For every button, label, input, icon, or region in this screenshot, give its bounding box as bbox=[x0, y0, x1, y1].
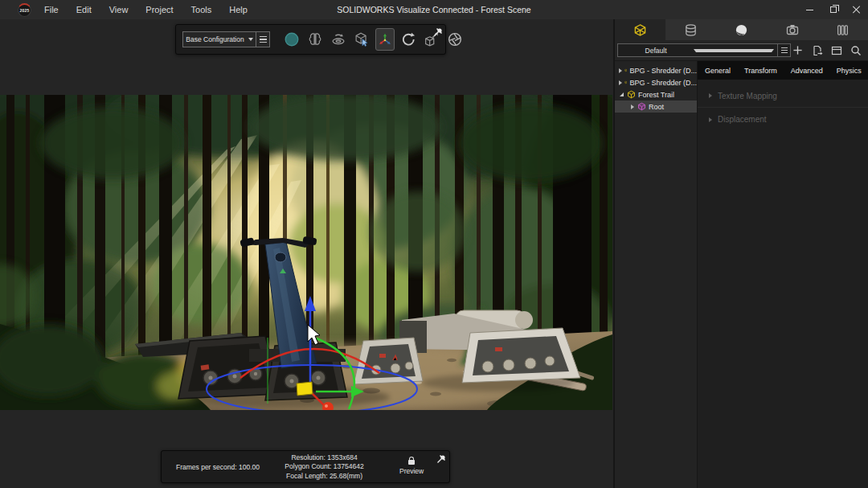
menu-tools[interactable]: Tools bbox=[191, 5, 212, 14]
collapse-arrow-icon[interactable] bbox=[620, 92, 624, 96]
section-label: Displacement bbox=[718, 115, 767, 124]
model-tree: BPG - Shredder (D... BPG - Shredder (D..… bbox=[615, 61, 698, 488]
minimize-button[interactable] bbox=[798, 0, 821, 19]
restore-button[interactable] bbox=[821, 0, 845, 19]
configuration-menu-button[interactable] bbox=[256, 31, 270, 47]
model-cube-icon bbox=[624, 78, 627, 87]
close-button[interactable] bbox=[845, 0, 868, 19]
configuration-control: Base Configuration bbox=[182, 31, 270, 47]
tree-item-shredder-1[interactable]: BPG - Shredder (D... bbox=[615, 64, 697, 76]
main-area: Base Configuration bbox=[0, 19, 868, 488]
chevron-down-icon bbox=[694, 49, 774, 52]
tab-transform[interactable]: Transform bbox=[744, 67, 777, 75]
menu-help[interactable]: Help bbox=[229, 5, 248, 14]
tree-item-label: Forest Trail bbox=[638, 91, 674, 99]
window-controls bbox=[798, 0, 868, 19]
polygon-count-readout: Polygon Count: 13754642 bbox=[285, 462, 363, 471]
properties-pane: General Transform Advanced Physics Textu… bbox=[698, 61, 868, 488]
scene-info-bar: Frames per second: 100.00 Resolution: 13… bbox=[161, 450, 450, 483]
configuration-value: Base Configuration bbox=[186, 35, 244, 43]
tab-environments[interactable] bbox=[716, 19, 767, 40]
preset-value: Default bbox=[618, 47, 694, 55]
turntable-button[interactable] bbox=[329, 28, 348, 51]
render-camera-button[interactable] bbox=[445, 28, 465, 51]
tab-configurations[interactable] bbox=[817, 19, 868, 40]
model-cube-icon bbox=[624, 66, 627, 75]
lock-icon bbox=[408, 460, 415, 465]
preset-row: Default bbox=[615, 40, 868, 60]
part-cube-icon bbox=[637, 102, 646, 111]
select-cube-icon bbox=[353, 31, 371, 48]
environments-sphere-icon bbox=[735, 23, 748, 37]
tree-item-root[interactable]: Root bbox=[615, 100, 697, 113]
tab-physics[interactable]: Physics bbox=[837, 67, 862, 75]
preview-lock[interactable]: Preview bbox=[399, 458, 424, 475]
tab-cameras[interactable] bbox=[767, 19, 817, 40]
expand-arrow-icon[interactable] bbox=[631, 105, 634, 109]
import-button[interactable] bbox=[810, 43, 824, 57]
model-cube-icon bbox=[627, 90, 636, 99]
resolution-readout: Resolution: 1353x684 bbox=[291, 453, 357, 462]
viewport-canvas[interactable]: Base Configuration bbox=[0, 19, 615, 488]
app-logo-year: 2025 bbox=[20, 8, 30, 13]
move-tool-button[interactable] bbox=[375, 28, 395, 51]
fps-readout: Frames per second: 100.00 bbox=[162, 463, 270, 471]
render-image[interactable] bbox=[0, 95, 612, 410]
pin-icon bbox=[433, 27, 443, 37]
preset-dropdown[interactable]: Default bbox=[617, 43, 778, 57]
turntable-icon bbox=[330, 31, 347, 48]
move-tool-icon bbox=[376, 31, 394, 48]
tab-advanced[interactable]: Advanced bbox=[791, 67, 823, 75]
search-button[interactable] bbox=[849, 43, 862, 57]
split-view-icon bbox=[831, 45, 842, 56]
add-button[interactable] bbox=[791, 43, 805, 57]
section-displacement[interactable]: Displacement bbox=[698, 108, 868, 131]
panel-actions bbox=[791, 43, 865, 57]
menu-file[interactable]: File bbox=[44, 5, 59, 14]
info-bar-pin-button[interactable] bbox=[436, 453, 446, 467]
rotate-tool-button[interactable] bbox=[399, 28, 418, 51]
denoiser-button[interactable] bbox=[305, 28, 325, 51]
import-file-icon bbox=[812, 45, 823, 56]
configurations-icon bbox=[836, 23, 850, 37]
menu-bar: File Edit View Project Tools Help bbox=[44, 5, 248, 14]
tab-general[interactable]: General bbox=[705, 67, 731, 75]
appearances-cylinder-icon bbox=[684, 23, 698, 37]
select-tool-button[interactable] bbox=[352, 28, 371, 51]
property-tabstrip: General Transform Advanced Physics bbox=[698, 61, 868, 80]
tree-item-label: BPG - Shredder (D... bbox=[629, 67, 697, 75]
cameras-icon bbox=[785, 23, 800, 37]
expand-arrow-icon[interactable] bbox=[619, 80, 622, 85]
tree-item-forest-trail[interactable]: Forest Trail bbox=[615, 88, 697, 100]
pin-icon bbox=[436, 454, 446, 464]
toolbar-pin-button[interactable] bbox=[433, 26, 443, 40]
render-mode-icon bbox=[283, 31, 301, 48]
minimize-icon bbox=[806, 10, 813, 10]
split-view-button[interactable] bbox=[829, 43, 843, 57]
app-logo-icon[interactable]: 2025 bbox=[18, 3, 31, 17]
viewport-toolbar: Base Configuration bbox=[175, 24, 446, 55]
aperture-icon bbox=[446, 31, 464, 48]
menu-edit[interactable]: Edit bbox=[76, 5, 92, 14]
restore-icon bbox=[830, 6, 837, 13]
property-sections: Texture Mapping Displacement bbox=[698, 80, 868, 131]
search-icon bbox=[850, 45, 862, 56]
menu-view[interactable]: View bbox=[109, 5, 129, 14]
menu-project[interactable]: Project bbox=[145, 5, 173, 14]
tab-models[interactable] bbox=[615, 19, 665, 40]
focal-length-readout: Focal Length: 25.68(mm) bbox=[286, 472, 362, 481]
preview-label: Preview bbox=[399, 467, 424, 475]
palette-panel: Default bbox=[615, 19, 868, 488]
configuration-dropdown[interactable]: Base Configuration bbox=[182, 31, 256, 47]
tree-item-shredder-2[interactable]: BPG - Shredder (D... bbox=[615, 76, 697, 88]
rotate-icon bbox=[399, 31, 417, 48]
section-texture-mapping[interactable]: Texture Mapping bbox=[698, 84, 868, 108]
preset-menu-button[interactable] bbox=[778, 43, 791, 57]
section-expand-icon bbox=[709, 117, 712, 122]
tab-appearances[interactable] bbox=[665, 19, 716, 40]
section-label: Texture Mapping bbox=[718, 92, 777, 100]
render-mode-button[interactable] bbox=[282, 28, 301, 51]
title-bar: 2025 File Edit View Project Tools Help S… bbox=[0, 0, 868, 19]
expand-arrow-icon[interactable] bbox=[619, 68, 622, 73]
section-expand-icon bbox=[709, 93, 712, 98]
